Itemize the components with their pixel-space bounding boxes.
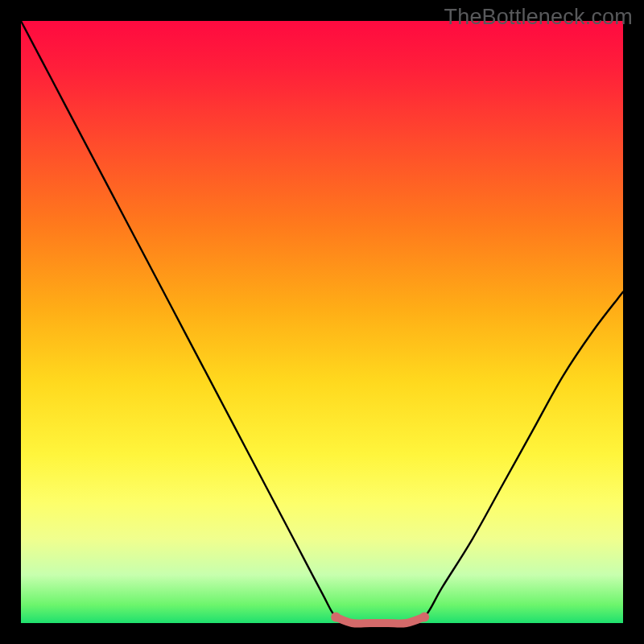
floor-endpoint-dot [419, 613, 429, 622]
floor-endpoint-dot [331, 613, 341, 622]
watermark-text: TheBottleneck.com [444, 5, 633, 30]
chart-svg [21, 21, 623, 623]
bottleneck-curve [21, 21, 623, 624]
chart-stage: TheBottleneck.com [0, 0, 644, 644]
plot-area [21, 21, 623, 623]
floor-highlight [336, 617, 424, 624]
